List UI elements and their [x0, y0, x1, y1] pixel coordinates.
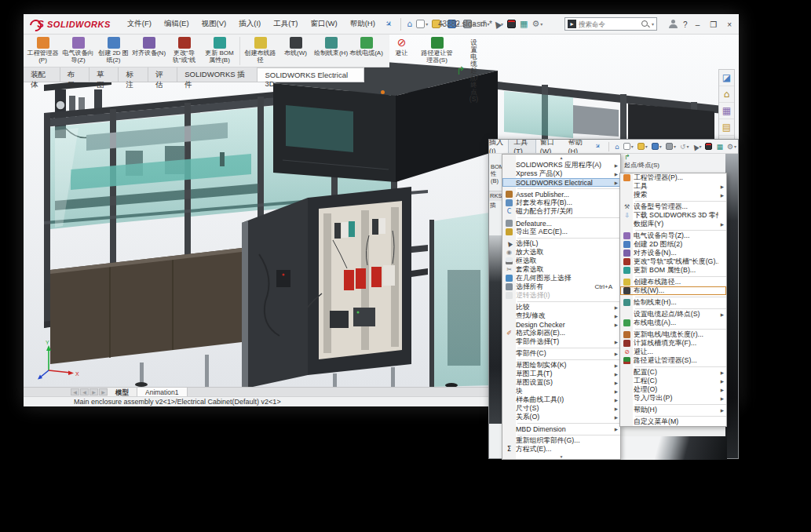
- login-icon[interactable]: [669, 20, 678, 29]
- menu-item-查找-修改[interactable]: 查找/修改▶: [502, 312, 620, 320]
- restore-button[interactable]: ❐: [707, 20, 719, 29]
- new-document-icon[interactable]: ▾: [415, 18, 429, 30]
- menu-帮助(H)[interactable]: 帮助(H): [345, 16, 381, 31]
- menu-item-框选取[interactable]: 框选取: [502, 257, 620, 265]
- menu-item-工具[interactable]: 工具▶: [620, 182, 726, 191]
- evaluate-icon[interactable]: ▦: [714, 140, 725, 153]
- menu-item-套索选取[interactable]: ✂套索选取: [502, 265, 620, 274]
- menu-item-更新电线-电缆长度-r-[interactable]: 更新电线/电缆长度(r)...: [620, 330, 726, 339]
- menu-item-设备型号管理器-[interactable]: ⚒设备型号管理器...: [620, 202, 726, 211]
- tab-nav-first[interactable]: ◀: [71, 388, 79, 395]
- ribbon-avoidance-manager-button[interactable]: 路径避让管理器(S): [419, 36, 455, 64]
- menu-item-逆转选择-I-[interactable]: 逆转选择(I): [502, 291, 620, 300]
- tab-评估[interactable]: 评估: [148, 67, 177, 82]
- home-icon[interactable]: ⌂: [405, 18, 414, 31]
- menu-item-处理-O-[interactable]: 处理(O)▶: [620, 385, 726, 394]
- tab-装配体[interactable]: 装配体: [24, 67, 60, 82]
- model-tab-模型[interactable]: 模型: [108, 388, 137, 396]
- menu-item-设置电缆起点-终点-S-[interactable]: 设置电缆起点/终点(S)▶: [620, 310, 726, 319]
- open-icon[interactable]: ▾: [636, 141, 649, 151]
- ribbon-avoid-button[interactable]: ⊘避让: [384, 36, 419, 64]
- close-button[interactable]: ×: [725, 20, 734, 29]
- menu-工具(T)[interactable]: 工具(T): [509, 140, 535, 154]
- menu-item-零部件-C-[interactable]: 零部件(C)▶: [502, 349, 620, 358]
- search-icon[interactable]: [641, 20, 650, 29]
- search-input[interactable]: [579, 20, 641, 28]
- menu-item-布线电缆-A-[interactable]: 布线电缆(A)...: [620, 319, 726, 327]
- options-icon[interactable]: ⚙▾: [725, 140, 738, 153]
- menu-item-导出至-AEC-E-[interactable]: 导出至 AEC(E)...: [502, 228, 620, 236]
- menu-item-创建布线路径-[interactable]: 创建布线路径...: [620, 278, 726, 286]
- new-document-icon[interactable]: ▾: [622, 141, 635, 151]
- file-explorer-icon[interactable]: ▤: [719, 119, 734, 136]
- menu-item-块[interactable]: 块▶: [502, 387, 620, 395]
- ribbon-draw-harness-button[interactable]: 绘制线束(H): [313, 36, 349, 64]
- menu-item-电气设备向导-Z-[interactable]: 电气设备向导(Z)...: [620, 231, 726, 240]
- tab-SOLIDWORKS 插件[interactable]: SOLIDWORKS 插件: [177, 67, 258, 82]
- help-icon[interactable]: ?: [683, 20, 688, 29]
- minimize-button[interactable]: –: [693, 20, 703, 29]
- menu-插入(I)[interactable]: 插入(I): [233, 16, 266, 31]
- tab-标注[interactable]: 标注: [119, 67, 148, 82]
- menu-文件(F)[interactable]: 文件(F): [122, 16, 157, 31]
- menu-视图(V)[interactable]: 视图(V): [196, 16, 232, 31]
- ribbon-cable-endpoints-button[interactable]: ↱设置电缆起点/终点(S): [455, 36, 483, 103]
- ribbon-route-wires-button[interactable]: 布线(W): [278, 36, 313, 64]
- menu-item-Design-Checker[interactable]: Design Checker▶: [502, 320, 620, 329]
- menu-item-方程式-E-[interactable]: Σ方程式(E)...: [502, 445, 620, 454]
- menu-item-草图绘制实体-K-[interactable]: 草图绘制实体(K)▶: [502, 361, 620, 370]
- undo-icon[interactable]: ↺▾: [678, 140, 691, 153]
- menu-item-布线-W-[interactable]: 布线(W)...: [620, 286, 726, 295]
- pin-icon[interactable]: ✈: [383, 19, 394, 30]
- ribbon-align-devices-button[interactable]: 对齐设备(N): [131, 36, 166, 64]
- menu-item-工程-C-[interactable]: 工程(C)▶: [620, 377, 726, 385]
- menu-item-草图设置-S-[interactable]: 草图设置(S)▶: [502, 378, 620, 387]
- tab-nav-last[interactable]: ▶: [99, 388, 108, 395]
- menu-item-创建-2D-图纸-2-[interactable]: 创建 2D 图纸(2): [620, 240, 726, 249]
- home-icon[interactable]: ⌂: [719, 86, 734, 103]
- evaluate-icon[interactable]: ▦: [518, 18, 529, 31]
- menu-item-Xpress-产品-X-[interactable]: Xpress 产品(X)▶: [502, 169, 620, 178]
- tab-SOLIDWORKS Electrical 3D[interactable]: SOLIDWORKS Electrical 3D: [258, 67, 364, 82]
- menu-item-对齐设备-N-[interactable]: 对齐设备(N)...: [620, 249, 726, 257]
- stoplight-icon[interactable]: [506, 18, 517, 30]
- menu-item-样条曲线工具-I-[interactable]: 样条曲线工具(I)▶: [502, 395, 620, 404]
- menu-item-帮助-H-[interactable]: 帮助(H)▶: [620, 406, 726, 414]
- menu-item-在几何图形上选择[interactable]: 在几何图形上选择: [502, 274, 620, 282]
- menu-item-关系-O-[interactable]: 关系(O)▶: [502, 413, 620, 421]
- search-box[interactable]: ▸ ▾: [564, 17, 657, 31]
- menu-item-导入-导出-P-[interactable]: 导入/导出(P)▶: [620, 394, 726, 403]
- menu-item-避让-[interactable]: ⊘避让...: [620, 348, 726, 356]
- menu-item-MBD-Dimension[interactable]: MBD Dimension▶: [502, 425, 620, 433]
- menu-item-重新组织零部件-G-[interactable]: 重新组织零部件(G)...: [502, 436, 620, 445]
- stoplight-icon[interactable]: [703, 141, 714, 151]
- menu-item-绘制线束-H-[interactable]: 绘制线束(H)...: [620, 298, 726, 307]
- tab-布局[interactable]: 布局: [60, 67, 90, 82]
- search-scope-icon[interactable]: ▸: [568, 20, 576, 28]
- menu-插入(I)[interactable]: 插入(I): [489, 140, 509, 154]
- menu-item-搜索[interactable]: 搜索▶: [620, 191, 726, 199]
- menu-窗口(W)[interactable]: 窗口(W): [305, 16, 342, 31]
- menu-item-尺寸-S-[interactable]: 尺寸(S)▶: [502, 404, 620, 413]
- save-icon[interactable]: ▾: [650, 141, 663, 151]
- design-library-icon[interactable]: ▦: [719, 103, 734, 119]
- ribbon-project-manager-button[interactable]: 工程管理器(P): [25, 36, 60, 64]
- tab-草图[interactable]: 草图: [90, 67, 119, 82]
- menu-item-计算线槽填充率-F-[interactable]: 计算线槽填充率(F)...: [620, 339, 726, 348]
- menu-窗口(W)[interactable]: 窗口(W): [535, 140, 564, 154]
- menu-scroll-down[interactable]: ▼: [502, 454, 620, 460]
- menu-item-Asset-Publisher-[interactable]: Asset Publisher...: [502, 190, 620, 199]
- select-icon[interactable]: ▲▾: [691, 140, 703, 153]
- menu-item-更改-导轨-或-线槽-长度-G-[interactable]: 更改"导轨"或"线槽"长度(G)...: [620, 257, 726, 266]
- menu-item-更新-BOM-属性-B-[interactable]: 更新 BOM 属性(B)...: [620, 266, 726, 275]
- options-icon[interactable]: ⚙▾: [530, 18, 544, 31]
- resources-icon[interactable]: ◪: [719, 70, 734, 86]
- menu-item-选择-L-[interactable]: ▲选择(L): [502, 239, 620, 248]
- menu-item-磁力配合打开-关闭[interactable]: C磁力配合打开/关闭: [502, 207, 620, 216]
- print-icon[interactable]: ▾: [664, 141, 678, 151]
- menu-编辑(E)[interactable]: 编辑(E): [159, 16, 195, 31]
- menu-item-选择所有[interactable]: 选择所有Ctrl+A: [502, 282, 620, 291]
- menu-item-工程管理器-P-[interactable]: 工程管理器(P)...: [620, 173, 726, 182]
- menu-item-自定义菜单-M-[interactable]: 自定义菜单(M): [620, 417, 726, 426]
- menu-item-SOLIDWORKS-应用程序-A-[interactable]: SOLIDWORKS 应用程序(A)▶: [502, 161, 620, 169]
